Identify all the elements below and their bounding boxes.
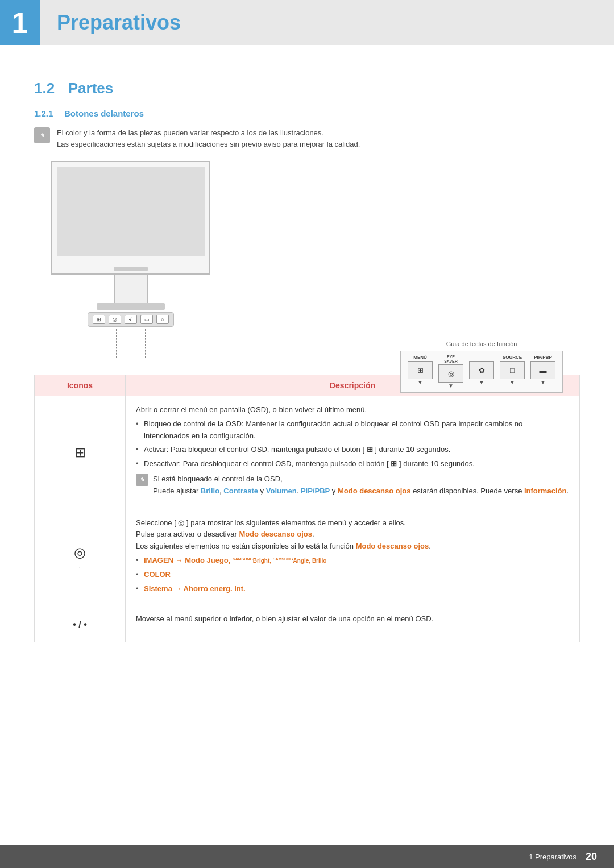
table-row-eye: ◎ · Seleccione [ ◎ ] para mostrar los si…: [35, 509, 580, 605]
monitor-stand-top: [114, 275, 148, 303]
menu-icon: ⊞: [74, 445, 86, 460]
monitor-screen: [57, 167, 205, 256]
desc-cell-nav: Moverse al menú superior o inferior, o b…: [126, 605, 580, 642]
color-text: COLOR: [144, 570, 171, 579]
fk-btn-pip: PIP/PBP ▬ ▼: [528, 355, 558, 389]
monitor-btn-eye: ◎: [109, 315, 121, 324]
chapter-title-block: Preparativos: [40, 0, 614, 45]
table-note-icon-menu: ✎: [136, 474, 148, 486]
table-note-text-menu: Si está bloqueado el control de la OSD, …: [153, 474, 569, 497]
monitor-buttons-strip: ⊞ ◎ ·/· ▭ ○: [88, 312, 174, 327]
fk-btn-eye-saver: EYESAVER ◎ ▼: [436, 355, 466, 389]
fk-btn-source: SOURCE □ ▼: [497, 355, 527, 389]
fk-btn-menu: MENÚ ⊞ ▼: [405, 355, 435, 389]
desc-eye-bullet-2: COLOR: [136, 569, 569, 581]
diagram-area: ⊞ ◎ ·/· ▭ ○ Guía de teclas de función ME…: [34, 161, 580, 358]
dashed-line-1: [116, 329, 117, 358]
navigate-icon: • / •: [73, 620, 87, 629]
table-row-nav: • / • Moverse al menú superior o inferio…: [35, 605, 580, 642]
desc-menu-bullet-1: Bloqueo de control de la OSD: Mantener l…: [136, 418, 569, 442]
fk-icon-pip: ▬: [530, 361, 555, 379]
monitor-btn-nav: ·/·: [125, 315, 137, 324]
desc-menu-bullet-3: Desactivar: Para desbloquear el control …: [136, 458, 569, 470]
table-header-icons: Iconos: [35, 375, 126, 396]
eye-saver-dot: ·: [45, 563, 115, 572]
subsection-title: Botones delanteros: [64, 109, 144, 118]
dashed-line-2: [145, 329, 146, 358]
desc-cell-menu: Abrir o cerrar el menú en pantalla (OSD)…: [126, 396, 580, 509]
chapter-title: Preparativos: [57, 11, 181, 35]
desc-eye-bullet-1: IMAGEN → Modo Juego, SAMSUNGBright, SAMS…: [136, 555, 569, 567]
icon-cell-menu: ⊞: [35, 396, 126, 509]
desc-menu-bullets: Bloqueo de control de la OSD: Mantener l…: [136, 418, 569, 470]
fk-buttons-row: MENÚ ⊞ ▼ EYESAVER ◎ ▼ ✿ ▼: [400, 351, 563, 393]
function-key-guide: Guía de teclas de función MENÚ ⊞ ▼ EYESA…: [400, 340, 563, 393]
fk-guide-label: Guía de teclas de función: [400, 340, 563, 347]
section-number: 1.2: [34, 80, 55, 97]
desc-cell-eye: Seleccione [ ◎ ] para mostrar los siguie…: [126, 509, 580, 605]
desc-eye-bullet-3: Sistema → Ahorro energ. int.: [136, 583, 569, 595]
desc-menu-bullet-2: Activar: Para bloquear el control OSD, m…: [136, 444, 569, 456]
monitor-btn-menu: ⊞: [93, 315, 105, 324]
dashed-connector-area: [34, 329, 227, 358]
icon-cell-eye: ◎ ·: [35, 509, 126, 605]
note-icon-1: ✎: [34, 127, 50, 143]
desc-eye-bullets: IMAGEN → Modo Juego, SAMSUNGBright, SAMS…: [136, 555, 569, 595]
fk-icon-menu: ⊞: [408, 361, 433, 379]
fk-icon-eye: ◎: [438, 364, 463, 383]
section-title: Partes: [68, 80, 114, 97]
desc-eye-intro: Seleccione [ ◎ ] para mostrar los siguie…: [136, 517, 569, 529]
note-text-1: El color y la forma de las piezas pueden…: [57, 127, 360, 149]
page-footer: 1 Preparativos 20: [0, 845, 614, 868]
desc-menu-intro: Abrir o cerrar el menú en pantalla (OSD)…: [136, 404, 569, 416]
note-block-1: ✎ El color y la forma de las piezas pued…: [34, 127, 580, 149]
eye-saver-icon: ◎: [74, 545, 86, 560]
chapter-number: 1: [0, 0, 40, 45]
desc-eye-pulse: Pulse para activar o desactivar Modo des…: [136, 529, 569, 541]
description-table: Iconos Descripción ⊞ Abrir o cerrar el m…: [34, 375, 580, 642]
icon-cell-nav: • / •: [35, 605, 126, 642]
table-row-menu: ⊞ Abrir o cerrar el menú en pantalla (OS…: [35, 396, 580, 509]
subsection-number: 1.2.1: [34, 109, 53, 118]
monitor-illustration: ⊞ ◎ ·/· ▭ ○: [34, 161, 227, 358]
main-section: 1.2 Partes 1.2.1 Botones delanteros ✎ El…: [0, 68, 614, 654]
monitor-btn-power: ○: [156, 315, 169, 324]
table-note-menu: ✎ Si está bloqueado el control de la OSD…: [136, 474, 569, 497]
fk-icon-source: □: [500, 361, 525, 379]
page-number: 20: [586, 851, 597, 863]
fk-icon-bright: ✿: [469, 361, 494, 379]
desc-nav-text: Moverse al menú superior o inferior, o b…: [136, 613, 569, 625]
section-heading-block: 1.2 Partes: [34, 80, 580, 97]
desc-eye-not-available: Los siguientes elementos no están dispon…: [136, 541, 569, 553]
monitor-stand-base: [97, 303, 165, 310]
page-header: 1 Preparativos: [0, 0, 614, 45]
monitor-frame: [51, 161, 210, 275]
fk-btn-bright: ✿ ▼: [467, 355, 496, 389]
subsection-heading-block: 1.2.1 Botones delanteros: [34, 109, 580, 118]
monitor-btn-pip: ▭: [140, 315, 153, 324]
footer-text: 1 Preparativos: [529, 853, 576, 861]
